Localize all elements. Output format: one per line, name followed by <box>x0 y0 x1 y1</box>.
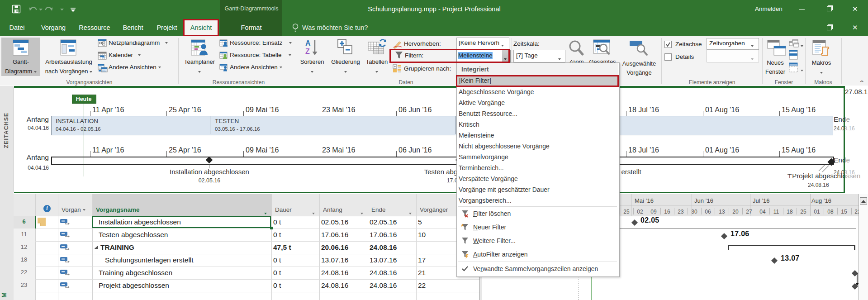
svg-text:Z: Z <box>305 48 310 55</box>
svg-text:A: A <box>305 39 311 47</box>
